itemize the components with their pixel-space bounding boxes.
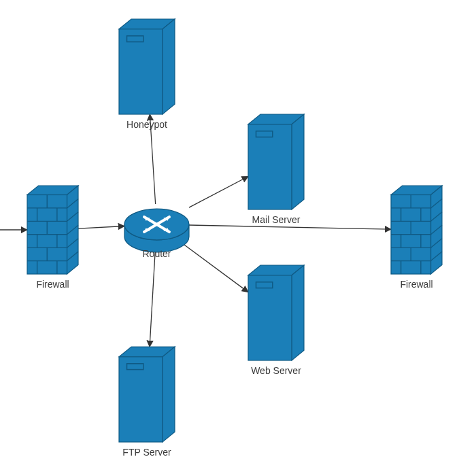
node-firewall-right: Firewall (391, 186, 442, 290)
label-firewall-left: Firewall (36, 279, 69, 290)
edge-1 (78, 226, 124, 228)
edge-5 (150, 245, 156, 347)
label-firewall-right: Firewall (400, 279, 432, 290)
label-ftp-server: FTP Server (122, 447, 171, 458)
node-web-server: Web Server (248, 265, 304, 376)
label-mail-server: Mail Server (252, 214, 301, 225)
edge-3 (189, 176, 248, 207)
node-firewall-left: Firewall (27, 186, 78, 290)
label-router: Router (142, 248, 171, 259)
label-web-server: Web Server (251, 365, 301, 376)
edge-4 (184, 245, 248, 292)
node-ftp-server: FTP Server (119, 347, 175, 458)
node-honeypot: Honeypot (119, 19, 175, 130)
edge-6 (189, 225, 391, 229)
node-mail-server: Mail Server (248, 114, 304, 225)
node-router: Router (124, 209, 189, 259)
label-honeypot: Honeypot (126, 119, 167, 130)
